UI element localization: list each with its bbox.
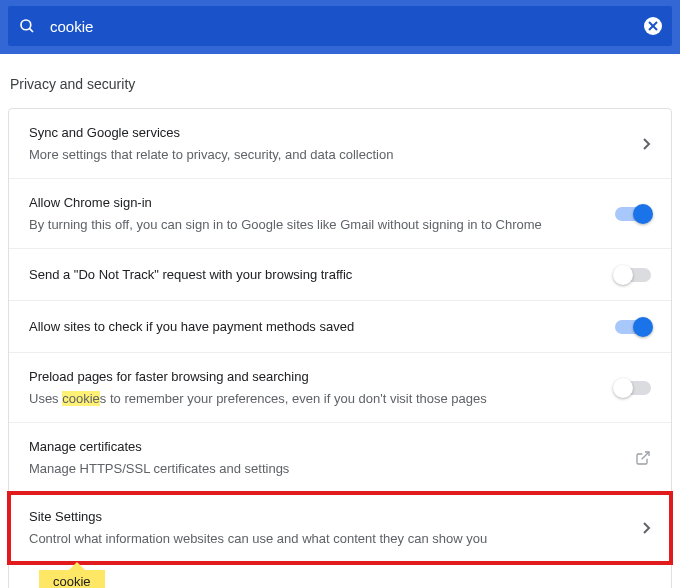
row-title: Allow Chrome sign-in — [29, 193, 603, 213]
row-title: Site Settings — [29, 507, 631, 527]
search-icon — [18, 17, 36, 35]
row-desc: Control what information websites can us… — [29, 529, 631, 549]
row-title: Send a "Do Not Track" request with your … — [29, 265, 603, 285]
svg-line-1 — [29, 28, 33, 32]
desc-pre: Uses — [29, 391, 62, 406]
row-do-not-track: Send a "Do Not Track" request with your … — [9, 249, 671, 301]
row-sync-google-services[interactable]: Sync and Google services More settings t… — [9, 109, 671, 179]
search-bar-container — [0, 0, 680, 54]
row-desc: By turning this off, you can sign in to … — [29, 215, 603, 235]
svg-point-0 — [21, 20, 31, 30]
toggle-allow-signin[interactable] — [615, 207, 651, 221]
row-allow-chrome-signin: Allow Chrome sign-in By turning this off… — [9, 179, 671, 249]
search-highlight: cookie — [62, 391, 100, 406]
chevron-right-icon — [643, 138, 651, 150]
row-desc: Uses cookies to remember your preference… — [29, 389, 603, 409]
svg-line-4 — [642, 452, 649, 459]
row-desc: Manage HTTPS/SSL certificates and settin… — [29, 459, 623, 479]
search-field-wrap — [8, 6, 672, 46]
row-site-settings[interactable]: Site Settings Control what information w… — [9, 493, 671, 563]
toggle-payment-check[interactable] — [615, 320, 651, 334]
row-manage-certificates[interactable]: Manage certificates Manage HTTPS/SSL cer… — [9, 423, 671, 493]
chevron-right-icon — [643, 522, 651, 534]
annotation-tooltip: cookie — [39, 570, 105, 588]
row-payment-methods-check: Allow sites to check if you have payment… — [9, 301, 671, 353]
row-title: Sync and Google services — [29, 123, 631, 143]
row-desc: More settings that relate to privacy, se… — [29, 145, 631, 165]
search-input[interactable] — [36, 18, 644, 35]
toggle-do-not-track[interactable] — [615, 268, 651, 282]
row-preload-pages: Preload pages for faster browsing and se… — [9, 353, 671, 423]
settings-panel: Sync and Google services More settings t… — [8, 108, 672, 588]
external-link-icon — [635, 450, 651, 466]
toggle-preload-pages[interactable] — [615, 381, 651, 395]
section-title-privacy: Privacy and security — [0, 54, 680, 108]
row-title: Manage certificates — [29, 437, 623, 457]
row-clear-browsing-data[interactable]: g data Clear history, cookies, cache, an… — [9, 563, 671, 588]
row-title: Allow sites to check if you have payment… — [29, 317, 603, 337]
row-title: Preload pages for faster browsing and se… — [29, 367, 603, 387]
desc-post: s to remember your preferences, even if … — [100, 391, 487, 406]
clear-search-button[interactable] — [644, 17, 662, 35]
